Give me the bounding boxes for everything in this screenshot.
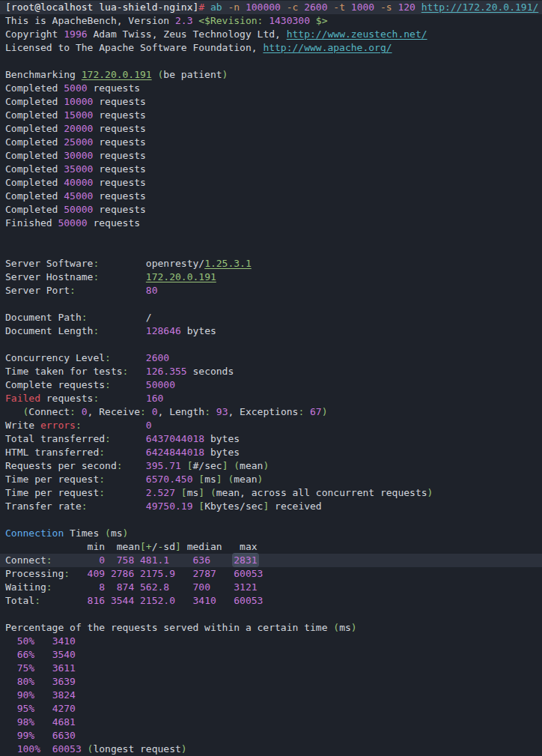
completed-line: Completed 5000 requests — [5, 82, 542, 95]
text-segment — [5, 716, 17, 728]
failed-requests-value: 160 — [146, 393, 163, 404]
text-segment: This is ApacheBench, Version — [5, 15, 175, 26]
concurrency-level-line: Concurrency Level: 2600 — [5, 351, 542, 365]
text-segment — [210, 554, 234, 566]
text-segment — [310, 15, 316, 26]
text-segment — [146, 406, 152, 417]
complete-requests-line: Complete requests: 50000 — [5, 378, 542, 392]
text-segment: 3410 — [52, 635, 76, 647]
target-url-link[interactable]: http://172.20.0.191/ — [421, 1, 539, 13]
text-segment — [123, 460, 146, 471]
text-segment: , Length — [158, 406, 205, 417]
text-segment: 80% — [17, 676, 34, 687]
text-segment: 3410 — [193, 595, 216, 606]
text-segment: 60053 — [52, 743, 82, 755]
zeustech-url-link[interactable]: http://www.zeustech.net/ — [287, 28, 427, 40]
percentile-row: 90% 3824 — [5, 689, 542, 702]
text-segment — [52, 581, 100, 593]
server-software-version: 1.25.3.1 — [204, 258, 252, 269]
connection-times-title: Connection Times (ms) — [5, 527, 542, 540]
text-segment: 10000 — [64, 96, 93, 107]
text-segment: Completed — [5, 190, 64, 202]
html-transferred-value: 6424844018 — [146, 447, 204, 458]
text-segment: 758 — [117, 554, 134, 566]
percentile-row: 99% 6630 — [5, 729, 542, 743]
terminal-screen: [root@localhost lua-shield-nginx]# ab -n… — [0, 0, 542, 756]
text-segment: 3639 — [52, 676, 76, 687]
text-segment: : — [34, 595, 40, 606]
waiting-row: Waiting: 8 874 562.8 700 3121 — [5, 581, 542, 594]
text-segment: 45000 — [64, 190, 93, 202]
text-segment: 15000 — [64, 109, 93, 121]
text-segment: median max — [181, 541, 258, 552]
text-segment — [99, 393, 146, 404]
text-segment — [34, 662, 52, 674]
text-segment: $> — [316, 15, 328, 26]
text-segment — [134, 595, 140, 606]
total-transferred-value: 6437044018 — [146, 433, 204, 444]
text-segment: 1996 — [64, 28, 87, 40]
text-segment: Copyright — [5, 28, 64, 40]
text-segment: 481.1 — [140, 554, 169, 566]
text-segment: 50% — [17, 635, 34, 647]
text-segment: Completed — [5, 109, 64, 121]
text-segment: Total transferred — [5, 433, 105, 444]
time-per-request-concurrent-value: 2.527 — [146, 487, 175, 498]
text-segment: / — [152, 541, 158, 552]
text-segment — [5, 676, 17, 687]
text-segment: : — [204, 406, 210, 417]
text-segment: 3611 — [52, 662, 76, 674]
text-segment: Time per request — [5, 487, 99, 498]
blank-line — [5, 297, 542, 311]
command-line: [root@localhost lua-shield-nginx]# ab -n… — [0, 1, 542, 14]
text-segment: bytes — [204, 433, 240, 444]
text-segment: : — [76, 420, 82, 431]
text-segment — [175, 595, 192, 606]
text-segment — [5, 703, 17, 714]
text-segment: Connection — [5, 527, 64, 539]
text-segment: Concurrency Level — [5, 352, 105, 363]
text-segment — [105, 554, 117, 566]
text-segment: Percentage of the requests served within… — [5, 622, 333, 633]
text-segment: Completed — [5, 150, 64, 161]
document-path-value: / — [146, 312, 152, 323]
text-segment: requests — [93, 96, 145, 107]
text-segment — [34, 730, 52, 741]
time-taken-line: Time taken for tests: 126.355 seconds — [5, 365, 542, 378]
text-segment: Kbytes/sec — [204, 501, 263, 512]
text-segment: Completed — [5, 82, 64, 94]
text-segment — [169, 554, 192, 566]
text-segment: 93 — [216, 406, 228, 417]
text-segment — [82, 743, 88, 755]
text-segment — [111, 433, 146, 444]
text-segment: HTML transferred — [5, 447, 99, 458]
text-segment: : — [117, 460, 123, 471]
text-segment: 6630 — [52, 730, 76, 741]
text-segment: : — [140, 406, 146, 417]
flag-t: -t — [333, 1, 350, 13]
text-segment: 50000 — [58, 217, 87, 229]
text-segment: 562.8 — [140, 581, 169, 593]
text-segment — [175, 568, 192, 579]
text-segment: 100% — [17, 743, 40, 755]
text-segment — [105, 581, 117, 593]
text-segment: : — [105, 433, 111, 444]
text-segment: mean — [234, 474, 257, 485]
text-segment: Connect — [5, 554, 46, 566]
text-segment: , Exceptions — [228, 406, 298, 417]
completed-line: Completed 50000 requests — [5, 203, 542, 217]
text-segment: 4270 — [52, 703, 76, 714]
text-segment: : — [82, 501, 88, 512]
text-segment: Complete requests — [5, 379, 105, 390]
text-segment: Times — [64, 527, 105, 539]
write-errors-line: Write errors: 0 — [5, 419, 542, 432]
text-segment: mean — [240, 460, 263, 471]
time-per-request-line: Time per request: 6570.450 [ms] (mean) — [5, 473, 542, 486]
text-segment: : — [64, 568, 70, 579]
flag-c: -c — [287, 1, 304, 13]
apache-url-link[interactable]: http://www.apache.org/ — [263, 42, 392, 53]
shell-prompt: [root@localhost lua-shield-nginx] — [5, 1, 198, 13]
text-segment — [70, 568, 87, 579]
text-segment: 20000 — [64, 123, 93, 134]
text-segment: 700 — [193, 581, 210, 593]
